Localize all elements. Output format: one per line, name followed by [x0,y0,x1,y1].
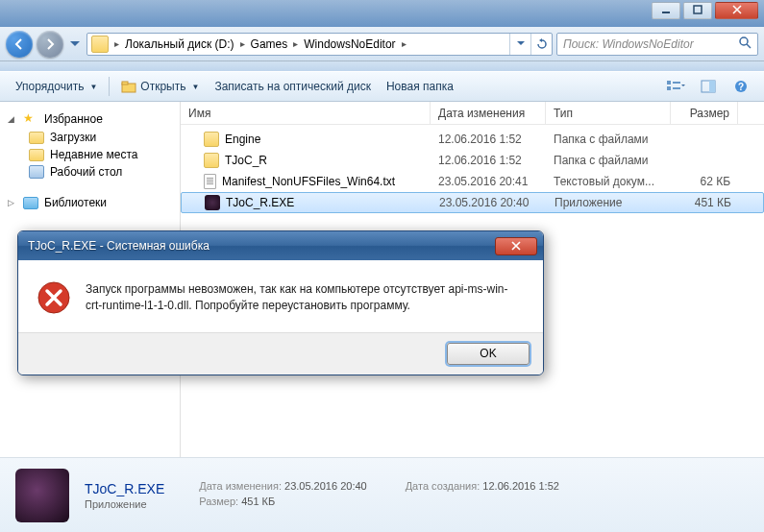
search-icon [739,36,752,52]
folder-icon [29,149,44,161]
newfolder-button[interactable]: Новая папка [379,76,461,97]
file-row[interactable]: TJoC_R12.06.2016 1:52Папка с файлами [181,150,764,171]
open-button[interactable]: Открыть▼ [113,76,207,97]
toolbar: Упорядочить▼ Открыть▼ Записать на оптиче… [0,71,764,102]
column-headers: Имя Дата изменения Тип Размер [181,102,764,125]
details-filename: TJoC_R.EXE [85,481,164,496]
library-icon [23,197,38,209]
sidebar-libraries-header[interactable]: ▷ Библиотеки [0,194,180,211]
folder-icon [204,153,219,168]
svg-rect-6 [667,86,671,90]
file-name: TJoC_R.EXE [226,196,294,209]
file-row[interactable]: Engine12.06.2016 1:52Папка с файлами [181,129,764,150]
text-file-icon [204,174,216,189]
svg-rect-1 [694,6,702,13]
dialog-message: Запуск программы невозможен, так как на … [86,281,524,315]
details-filetype: Приложение [85,498,164,510]
file-row[interactable]: TJoC_R.EXE23.05.2016 20:40Приложение451 … [181,192,764,213]
maximize-button[interactable] [683,2,712,19]
dialog-titlebar[interactable]: TJoC_R.EXE - Системная ошибка [18,231,543,260]
chevron-right-icon: ▷ [8,198,17,207]
file-row[interactable]: Manifest_NonUFSFiles_Win64.txt23.05.2016… [181,171,764,192]
dialog-ok-button[interactable]: OK [447,343,530,365]
search-input[interactable]: Поиск: WindowsNoEditor [556,33,758,56]
search-placeholder: Поиск: WindowsNoEditor [563,37,694,51]
svg-text:?: ? [738,82,744,92]
file-type: Текстовый докум... [546,175,671,188]
breadcrumb-segment[interactable]: Локальный диск (D:) [121,34,238,55]
dialog-title-text: TJoC_R.EXE - Системная ошибка [28,239,209,253]
breadcrumb[interactable]: ▸ Локальный диск (D:) ▸ Games ▸ WindowsN… [86,33,553,56]
preview-pane-button[interactable] [693,76,724,97]
file-size: 451 КБ [672,196,739,209]
file-type: Приложение [547,196,672,209]
view-options-button[interactable] [660,76,691,97]
back-button[interactable] [6,31,33,58]
file-date: 23.05.2016 20:41 [431,175,546,188]
sidebar-favorites-header[interactable]: ◢ ★ Избранное [0,109,180,129]
chevron-right-icon[interactable]: ▸ [112,38,121,49]
file-size: 62 КБ [671,175,738,188]
chevron-right-icon[interactable]: ▸ [291,38,300,49]
file-type: Папка с файлами [546,133,671,146]
svg-rect-0 [662,12,670,13]
breadcrumb-segment[interactable]: Games [247,34,292,55]
dropdown-history-button[interactable] [509,34,530,55]
window-titlebar [0,0,764,27]
forward-button[interactable] [37,31,63,58]
star-icon: ★ [23,111,38,127]
organize-button[interactable]: Упорядочить▼ [8,76,105,97]
dialog-close-button[interactable] [495,237,537,255]
file-name: Manifest_NonUFSFiles_Win64.txt [222,175,395,188]
svg-rect-5 [667,81,671,85]
minimize-button[interactable] [652,2,680,19]
file-date: 12.06.2016 1:52 [431,133,546,146]
chevron-right-icon[interactable]: ▸ [238,38,247,49]
file-name: TJoC_R [225,154,267,167]
column-size[interactable]: Размер [671,102,738,124]
help-button[interactable]: ? [726,76,756,97]
close-button[interactable] [715,2,758,19]
sidebar-item-downloads[interactable]: Загрузки [0,129,180,146]
svg-rect-7 [673,82,680,84]
file-thumbnail [15,469,69,522]
file-type: Папка с файлами [546,154,671,167]
svg-point-2 [740,37,748,45]
sidebar-item-desktop[interactable]: Рабочий стол [0,163,180,181]
svg-rect-8 [673,87,680,89]
error-dialog: TJoC_R.EXE - Системная ошибка Запуск про… [17,230,544,375]
column-name[interactable]: Имя [181,102,431,124]
column-date[interactable]: Дата изменения [431,102,546,124]
file-date: 23.05.2016 20:40 [431,196,547,209]
nav-bar: ▸ Локальный диск (D:) ▸ Games ▸ WindowsN… [0,27,764,61]
file-date: 12.06.2016 1:52 [431,154,546,167]
file-name: Engine [225,133,260,146]
folder-icon [204,132,219,147]
recent-locations-button[interactable] [67,34,83,55]
desktop-icon [29,165,44,179]
chevron-down-icon: ◢ [8,114,17,124]
chevron-right-icon[interactable]: ▸ [400,38,408,49]
details-pane: TJoC_R.EXE Приложение Дата изменения: 23… [0,457,764,532]
column-type[interactable]: Тип [546,102,671,124]
exe-icon [205,195,220,210]
folder-icon [91,36,109,53]
open-icon [121,80,136,93]
svg-rect-10 [709,81,715,92]
sidebar-item-recent[interactable]: Недавние места [0,146,180,163]
folder-icon [29,132,44,144]
burn-button[interactable]: Записать на оптический диск [207,76,379,97]
breadcrumb-segment[interactable]: WindowsNoEditor [300,34,399,55]
svg-rect-4 [122,82,128,85]
refresh-button[interactable] [530,34,552,55]
error-icon [37,281,70,314]
